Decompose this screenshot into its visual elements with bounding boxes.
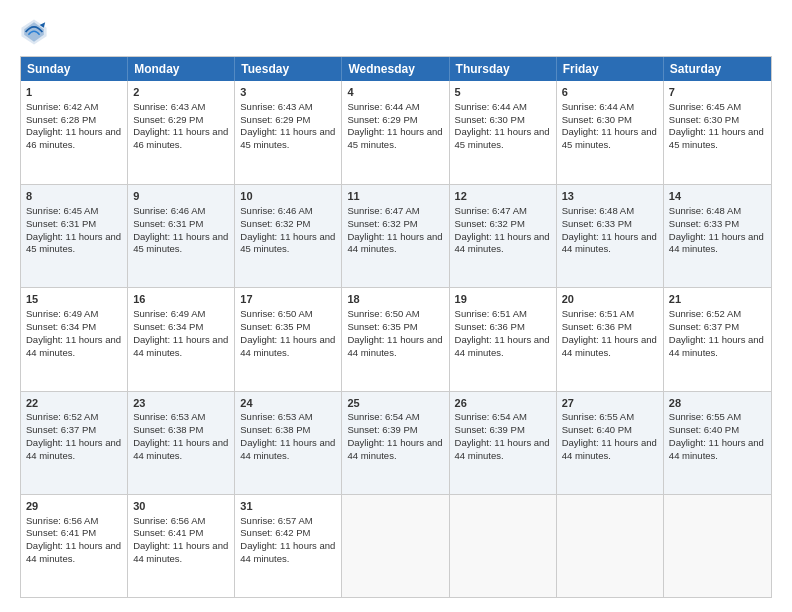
cal-cell: 8Sunrise: 6:45 AMSunset: 6:31 PMDaylight… bbox=[21, 185, 128, 287]
sunset: Sunset: 6:34 PM bbox=[26, 321, 96, 332]
day-number: 19 bbox=[455, 292, 551, 307]
day-header-thursday: Thursday bbox=[450, 57, 557, 81]
day-header-monday: Monday bbox=[128, 57, 235, 81]
sunset: Sunset: 6:36 PM bbox=[455, 321, 525, 332]
sunrise: Sunrise: 6:53 AM bbox=[133, 411, 205, 422]
sunset: Sunset: 6:32 PM bbox=[347, 218, 417, 229]
cal-cell: 14Sunrise: 6:48 AMSunset: 6:33 PMDayligh… bbox=[664, 185, 771, 287]
day-number: 5 bbox=[455, 85, 551, 100]
logo bbox=[20, 18, 54, 46]
cal-cell: 29Sunrise: 6:56 AMSunset: 6:41 PMDayligh… bbox=[21, 495, 128, 597]
calendar-week-5: 29Sunrise: 6:56 AMSunset: 6:41 PMDayligh… bbox=[21, 494, 771, 597]
cal-cell: 24Sunrise: 6:53 AMSunset: 6:38 PMDayligh… bbox=[235, 392, 342, 494]
sunrise: Sunrise: 6:51 AM bbox=[562, 308, 634, 319]
sunset: Sunset: 6:29 PM bbox=[240, 114, 310, 125]
day-number: 3 bbox=[240, 85, 336, 100]
sunrise: Sunrise: 6:56 AM bbox=[133, 515, 205, 526]
day-number: 2 bbox=[133, 85, 229, 100]
cal-cell: 30Sunrise: 6:56 AMSunset: 6:41 PMDayligh… bbox=[128, 495, 235, 597]
sunset: Sunset: 6:41 PM bbox=[133, 527, 203, 538]
daylight: Daylight: 11 hours and 44 minutes. bbox=[26, 540, 121, 564]
sunrise: Sunrise: 6:44 AM bbox=[455, 101, 527, 112]
day-number: 11 bbox=[347, 189, 443, 204]
sunrise: Sunrise: 6:54 AM bbox=[347, 411, 419, 422]
sunrise: Sunrise: 6:46 AM bbox=[240, 205, 312, 216]
day-number: 27 bbox=[562, 396, 658, 411]
sunrise: Sunrise: 6:49 AM bbox=[133, 308, 205, 319]
cal-cell: 17Sunrise: 6:50 AMSunset: 6:35 PMDayligh… bbox=[235, 288, 342, 390]
sunrise: Sunrise: 6:49 AM bbox=[26, 308, 98, 319]
day-number: 17 bbox=[240, 292, 336, 307]
sunset: Sunset: 6:40 PM bbox=[669, 424, 739, 435]
daylight: Daylight: 11 hours and 45 minutes. bbox=[562, 126, 657, 150]
sunset: Sunset: 6:30 PM bbox=[455, 114, 525, 125]
daylight: Daylight: 11 hours and 44 minutes. bbox=[347, 231, 442, 255]
daylight: Daylight: 11 hours and 46 minutes. bbox=[133, 126, 228, 150]
sunset: Sunset: 6:35 PM bbox=[347, 321, 417, 332]
cal-cell: 13Sunrise: 6:48 AMSunset: 6:33 PMDayligh… bbox=[557, 185, 664, 287]
sunset: Sunset: 6:36 PM bbox=[562, 321, 632, 332]
daylight: Daylight: 11 hours and 44 minutes. bbox=[240, 334, 335, 358]
sunrise: Sunrise: 6:45 AM bbox=[669, 101, 741, 112]
daylight: Daylight: 11 hours and 44 minutes. bbox=[240, 540, 335, 564]
cal-cell: 16Sunrise: 6:49 AMSunset: 6:34 PMDayligh… bbox=[128, 288, 235, 390]
sunset: Sunset: 6:37 PM bbox=[669, 321, 739, 332]
daylight: Daylight: 11 hours and 44 minutes. bbox=[562, 334, 657, 358]
sunrise: Sunrise: 6:47 AM bbox=[347, 205, 419, 216]
cal-cell: 11Sunrise: 6:47 AMSunset: 6:32 PMDayligh… bbox=[342, 185, 449, 287]
calendar-week-3: 15Sunrise: 6:49 AMSunset: 6:34 PMDayligh… bbox=[21, 287, 771, 390]
logo-icon bbox=[20, 18, 48, 46]
cal-cell: 9Sunrise: 6:46 AMSunset: 6:31 PMDaylight… bbox=[128, 185, 235, 287]
cal-cell: 23Sunrise: 6:53 AMSunset: 6:38 PMDayligh… bbox=[128, 392, 235, 494]
daylight: Daylight: 11 hours and 46 minutes. bbox=[26, 126, 121, 150]
cal-cell: 22Sunrise: 6:52 AMSunset: 6:37 PMDayligh… bbox=[21, 392, 128, 494]
day-number: 18 bbox=[347, 292, 443, 307]
sunset: Sunset: 6:33 PM bbox=[562, 218, 632, 229]
sunset: Sunset: 6:37 PM bbox=[26, 424, 96, 435]
sunset: Sunset: 6:34 PM bbox=[133, 321, 203, 332]
day-number: 23 bbox=[133, 396, 229, 411]
cal-cell bbox=[342, 495, 449, 597]
daylight: Daylight: 11 hours and 44 minutes. bbox=[26, 334, 121, 358]
sunrise: Sunrise: 6:42 AM bbox=[26, 101, 98, 112]
day-header-friday: Friday bbox=[557, 57, 664, 81]
sunrise: Sunrise: 6:50 AM bbox=[240, 308, 312, 319]
day-number: 22 bbox=[26, 396, 122, 411]
day-header-tuesday: Tuesday bbox=[235, 57, 342, 81]
sunrise: Sunrise: 6:47 AM bbox=[455, 205, 527, 216]
daylight: Daylight: 11 hours and 44 minutes. bbox=[455, 231, 550, 255]
sunrise: Sunrise: 6:55 AM bbox=[562, 411, 634, 422]
sunset: Sunset: 6:31 PM bbox=[26, 218, 96, 229]
cal-cell: 19Sunrise: 6:51 AMSunset: 6:36 PMDayligh… bbox=[450, 288, 557, 390]
cal-cell: 4Sunrise: 6:44 AMSunset: 6:29 PMDaylight… bbox=[342, 81, 449, 184]
daylight: Daylight: 11 hours and 44 minutes. bbox=[26, 437, 121, 461]
sunset: Sunset: 6:30 PM bbox=[562, 114, 632, 125]
day-number: 13 bbox=[562, 189, 658, 204]
daylight: Daylight: 11 hours and 44 minutes. bbox=[240, 437, 335, 461]
sunset: Sunset: 6:33 PM bbox=[669, 218, 739, 229]
cal-cell: 12Sunrise: 6:47 AMSunset: 6:32 PMDayligh… bbox=[450, 185, 557, 287]
calendar-body: 1Sunrise: 6:42 AMSunset: 6:28 PMDaylight… bbox=[21, 81, 771, 597]
sunrise: Sunrise: 6:43 AM bbox=[133, 101, 205, 112]
daylight: Daylight: 11 hours and 44 minutes. bbox=[669, 231, 764, 255]
day-number: 9 bbox=[133, 189, 229, 204]
daylight: Daylight: 11 hours and 44 minutes. bbox=[562, 437, 657, 461]
daylight: Daylight: 11 hours and 45 minutes. bbox=[240, 126, 335, 150]
day-number: 24 bbox=[240, 396, 336, 411]
day-number: 28 bbox=[669, 396, 766, 411]
sunrise: Sunrise: 6:46 AM bbox=[133, 205, 205, 216]
day-number: 29 bbox=[26, 499, 122, 514]
day-number: 7 bbox=[669, 85, 766, 100]
sunset: Sunset: 6:39 PM bbox=[347, 424, 417, 435]
sunset: Sunset: 6:40 PM bbox=[562, 424, 632, 435]
calendar-week-1: 1Sunrise: 6:42 AMSunset: 6:28 PMDaylight… bbox=[21, 81, 771, 184]
day-header-wednesday: Wednesday bbox=[342, 57, 449, 81]
daylight: Daylight: 11 hours and 44 minutes. bbox=[669, 437, 764, 461]
sunrise: Sunrise: 6:52 AM bbox=[669, 308, 741, 319]
cal-cell: 6Sunrise: 6:44 AMSunset: 6:30 PMDaylight… bbox=[557, 81, 664, 184]
sunrise: Sunrise: 6:57 AM bbox=[240, 515, 312, 526]
sunrise: Sunrise: 6:44 AM bbox=[347, 101, 419, 112]
calendar-week-4: 22Sunrise: 6:52 AMSunset: 6:37 PMDayligh… bbox=[21, 391, 771, 494]
sunset: Sunset: 6:38 PM bbox=[133, 424, 203, 435]
daylight: Daylight: 11 hours and 44 minutes. bbox=[347, 334, 442, 358]
